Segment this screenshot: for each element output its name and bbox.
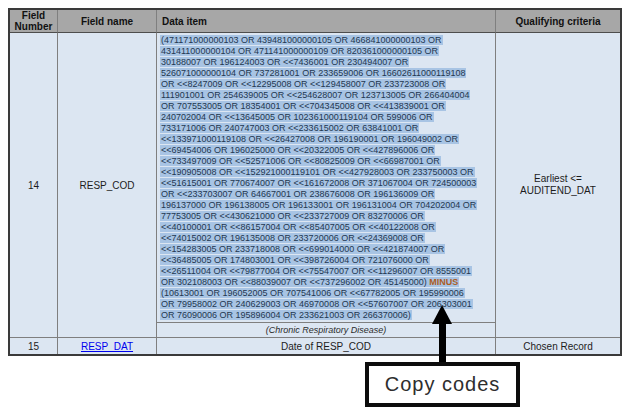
callout-arrow-up-icon <box>432 305 452 324</box>
table-row-resp-dat: 15 RESP_DAT Date of RESP_COD Chosen Reco… <box>10 337 620 354</box>
code-line: OR <<233703007 OR 64667001 OR 238676008 … <box>160 189 493 200</box>
selected-code-block[interactable]: (471171000000103 OR 439481000000105 OR 4… <box>157 33 495 322</box>
code-line: OR 302108003 OR <<88039007 OR <<73729600… <box>160 277 493 288</box>
header-field-name: Field name <box>57 10 156 33</box>
code-line: (10613001 OR 196052005 OR 707541006 OR <… <box>160 288 493 299</box>
code-line: 196137000 OR 196138005 OR 196133001 OR 1… <box>160 200 493 211</box>
field-name-link-cell: RESP_DAT <box>57 337 156 354</box>
minus-operator: MINUS <box>429 277 458 287</box>
copy-codes-callout: Copy codes <box>365 362 520 407</box>
table-row-resp-cod: 14 RESP_COD (471171000000103 OR 43948100… <box>10 33 620 337</box>
code-line: 240702004 OR <<13645005 OR 1023610001191… <box>160 112 493 123</box>
fields-spec-table: Field Number Field name Data item Qualif… <box>8 8 622 356</box>
qualifying-criteria-line1: Earliest <= <box>520 173 596 185</box>
code-line: <<26511004 OR <<79877004 OR <<75547007 O… <box>160 266 493 277</box>
field-number-value: 14 <box>10 33 57 337</box>
code-line: <<69454006 OR 196025000 OR <<20322005 OR… <box>160 145 493 156</box>
copy-codes-label: Copy codes <box>385 373 501 396</box>
callout-arrow-shaft <box>439 323 446 364</box>
code-line: 733171006 OR 240747003 OR <<233615002 OR… <box>160 123 493 134</box>
code-line: <<36485005 OR 174803001 OR <<398726004 O… <box>160 255 493 266</box>
header-qualifying-criteria: Qualifying criteria <box>495 10 620 33</box>
data-item-cell: (471171000000103 OR 439481000000105 OR 4… <box>156 33 495 337</box>
code-line: 431411000000104 OR 471141000000109 OR 82… <box>160 46 493 57</box>
table-header-row: Field Number Field name Data item Qualif… <box>10 10 620 33</box>
code-line: 111901001 OR 254639005 OR <<254628007 OR… <box>160 90 493 101</box>
field-number-value: 15 <box>10 337 57 354</box>
header-field-number: Field Number <box>10 10 57 33</box>
code-line: 77753005 OR <<430621000 OR <<233727009 O… <box>160 211 493 222</box>
code-line: <<74015002 OR 196135008 OR 233720006 OR … <box>160 233 493 244</box>
code-line: <<51615001 OR 770674007 OR <<161672008 O… <box>160 178 493 189</box>
qualifying-criteria-cell: Earliest <= AUDITEND_DAT <box>495 33 620 337</box>
code-line: <<133971000119108 OR <<26427008 OR 19619… <box>160 134 493 145</box>
field-name-value: RESP_COD <box>57 33 156 337</box>
header-data-item: Data item <box>156 10 495 33</box>
code-line: <<40100001 OR <<86157004 OR <<85407005 O… <box>160 222 493 233</box>
code-line: 30188007 OR 196124003 OR <<7436001 OR 23… <box>160 57 493 68</box>
code-line: (471171000000103 OR 439481000000105 OR 4… <box>160 35 493 46</box>
code-line: <<154283005 OR 233718008 OR <<699014000 … <box>160 244 493 255</box>
code-line: OR <<8247009 OR <<12295008 OR <<12945800… <box>160 79 493 90</box>
code-line: 526071000000104 OR 737281001 OR 23365900… <box>160 68 493 79</box>
code-line: <<190905008 OR <<152921000119101 OR <<42… <box>160 167 493 178</box>
resp-dat-link[interactable]: RESP_DAT <box>81 341 133 352</box>
qualifying-criteria-value: Chosen Record <box>495 337 620 354</box>
code-line: OR 707553005 OR 18354001 OR <<704345008 … <box>160 101 493 112</box>
qualifying-criteria-line2: AUDITEND_DAT <box>520 185 596 197</box>
code-line: <<733497009 OR <<52571006 OR <<80825009 … <box>160 156 493 167</box>
